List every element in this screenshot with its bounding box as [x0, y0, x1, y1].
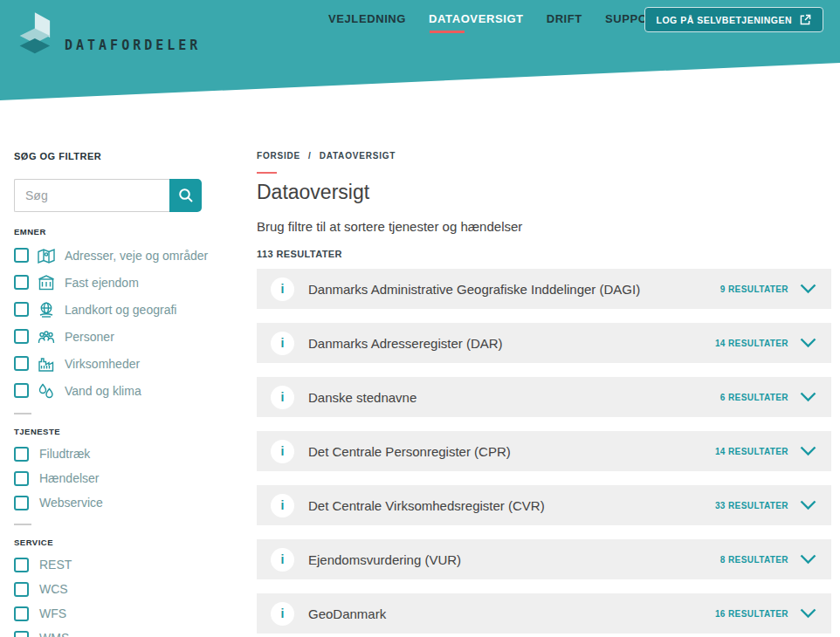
filter-label: Adresser, veje og områder — [65, 249, 208, 263]
filter-virksomheder[interactable]: Virksomheder — [14, 350, 217, 377]
accordion-row-stednavne[interactable]: i Danske stednavne 6 RESULTATER — [257, 377, 831, 417]
filter-label: Fast ejendom — [65, 276, 139, 290]
nav-item-drift[interactable]: DRIFT — [547, 12, 582, 33]
info-icon[interactable]: i — [271, 386, 294, 409]
filter-fast-ejendom[interactable]: Fast ejendom — [14, 269, 217, 296]
checkbox-filudtraek[interactable] — [14, 447, 29, 462]
row-result-count: 6 RESULTATER — [720, 393, 788, 402]
row-title: Det Centrale Virksomhedsregister (CVR) — [308, 498, 545, 513]
accordion-row-dar[interactable]: i Danmarks Adresseregister (DAR) 14 RESU… — [257, 323, 831, 363]
chevron-down-icon[interactable] — [800, 500, 816, 510]
checkbox-wms[interactable] — [14, 631, 29, 637]
row-title: Danmarks Adresseregister (DAR) — [308, 336, 503, 351]
filter-label: Personer — [65, 330, 114, 344]
row-title: Danmarks Administrative Geografiske Indd… — [308, 282, 640, 297]
logo-diamonds-icon — [12, 11, 52, 62]
filter-personer[interactable]: Personer — [14, 323, 217, 350]
checkbox-vand-klima[interactable] — [14, 383, 29, 398]
checkbox-adresser[interactable] — [14, 248, 29, 263]
breadcrumb: FORSIDE / DATAOVERSIGT — [257, 151, 831, 161]
filter-label: Filudtræk — [39, 447, 90, 461]
breadcrumb-current: DATAOVERSIGT — [320, 151, 396, 161]
sidebar-divider — [14, 413, 31, 414]
checkbox-virksomheder[interactable] — [14, 356, 29, 371]
info-icon[interactable]: i — [271, 548, 294, 572]
chevron-down-icon[interactable] — [800, 608, 816, 619]
filter-webservice[interactable]: Webservice — [14, 490, 217, 515]
checkbox-fast-ejendom[interactable] — [14, 275, 29, 290]
checkbox-rest[interactable] — [14, 558, 29, 572]
accordion-row-dagi[interactable]: i Danmarks Administrative Geografiske In… — [257, 269, 831, 309]
info-icon[interactable]: i — [271, 602, 294, 626]
page-title: Dataoversigt — [257, 181, 831, 204]
filter-filudtraek[interactable]: Filudtræk — [14, 442, 217, 466]
row-title: Ejendomsvurdering (VUR) — [308, 552, 461, 567]
page-subtitle: Brug filtre til at sortere tjenester og … — [257, 219, 831, 234]
globe-icon — [37, 300, 56, 319]
filter-wcs[interactable]: WCS — [14, 577, 217, 601]
filter-wms[interactable]: WMS — [14, 626, 217, 637]
filter-vand-klima[interactable]: Vand og klima — [14, 377, 217, 404]
logo[interactable]: DATAFORDELER — [12, 11, 201, 62]
accordion-row-cvr[interactable]: i Det Centrale Virksomhedsregister (CVR)… — [257, 485, 831, 525]
accordion-row-cpr[interactable]: i Det Centrale Personregister (CPR) 14 R… — [257, 431, 831, 471]
filter-landkort[interactable]: Landkort og geografi — [14, 296, 217, 323]
checkbox-wfs[interactable] — [14, 606, 29, 621]
filter-label: WMS — [39, 631, 69, 637]
chevron-down-icon[interactable] — [800, 554, 816, 565]
row-result-count: 9 RESULTATER — [720, 284, 788, 294]
logo-wordmark: DATAFORDELER — [65, 38, 201, 53]
filter-wfs[interactable]: WFS — [14, 601, 217, 626]
breadcrumb-home[interactable]: FORSIDE — [257, 151, 300, 161]
people-icon — [37, 327, 56, 346]
search-input[interactable] — [14, 179, 169, 212]
checkbox-personer[interactable] — [14, 329, 29, 344]
search-button[interactable] — [169, 179, 202, 212]
sidebar-divider — [14, 524, 31, 525]
filter-haendelser[interactable]: Hændelser — [14, 466, 217, 490]
results-count: 113 RESULTATER — [257, 249, 831, 259]
building-icon — [37, 273, 56, 292]
filter-label: Landkort og geografi — [65, 303, 176, 317]
checkbox-landkort[interactable] — [14, 302, 29, 317]
filter-adresser[interactable]: Adresser, veje og områder — [14, 242, 217, 269]
main-content: FORSIDE / DATAOVERSIGT Dataoversigt Brug… — [243, 105, 840, 637]
factory-icon — [37, 354, 56, 373]
map-icon — [37, 246, 56, 265]
chevron-down-icon[interactable] — [800, 284, 816, 294]
nav-item-vejledning[interactable]: VEJLEDNING — [328, 12, 406, 33]
nav-item-dataoversigt[interactable]: DATAOVERSIGT — [429, 12, 524, 33]
row-result-count: 33 RESULTATER — [715, 501, 788, 510]
tjeneste-heading: TJENESTE — [14, 427, 217, 436]
accordion-row-geodanmark[interactable]: i GeoDanmark 16 RESULTATER — [257, 593, 831, 634]
filter-label: Webservice — [39, 496, 103, 510]
chevron-down-icon[interactable] — [800, 446, 816, 456]
emner-heading: EMNER — [14, 227, 217, 236]
external-link-icon — [800, 14, 811, 25]
filter-label: WCS — [39, 582, 68, 596]
login-button[interactable]: LOG PÅ SELVBETJENINGEN — [644, 7, 824, 32]
row-title: Danske stednavne — [308, 390, 417, 405]
checkbox-webservice[interactable] — [14, 496, 29, 510]
water-icon — [37, 381, 56, 401]
filter-sidebar: SØG OG FILTRER EMNER — [0, 105, 243, 637]
search-box — [14, 179, 202, 212]
filter-rest[interactable]: REST — [14, 552, 217, 577]
chevron-down-icon[interactable] — [800, 338, 816, 348]
filter-label: REST — [39, 558, 72, 572]
row-title: GeoDanmark — [308, 606, 386, 621]
info-icon[interactable]: i — [271, 277, 294, 301]
info-icon[interactable]: i — [271, 440, 294, 463]
filter-label: Hændelser — [39, 471, 99, 485]
breadcrumb-separator: / — [308, 151, 312, 161]
header: DATAFORDELER VEJLEDNING DATAOVERSIGT DRI… — [0, 0, 840, 105]
info-icon[interactable]: i — [271, 494, 294, 517]
row-result-count: 8 RESULTATER — [720, 555, 788, 565]
accent-line — [257, 172, 277, 174]
checkbox-haendelser[interactable] — [14, 471, 29, 486]
content: SØG OG FILTRER EMNER — [0, 105, 840, 637]
chevron-down-icon[interactable] — [800, 392, 816, 402]
checkbox-wcs[interactable] — [14, 582, 29, 597]
info-icon[interactable]: i — [271, 332, 294, 355]
accordion-row-vur[interactable]: i Ejendomsvurdering (VUR) 8 RESULTATER — [257, 539, 831, 579]
